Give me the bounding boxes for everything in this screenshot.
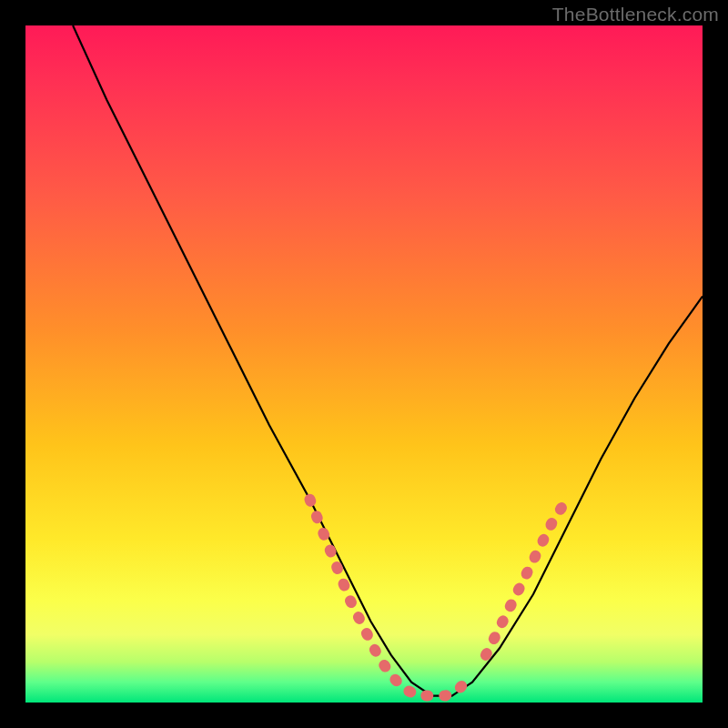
highlight-right-arm <box>486 500 567 655</box>
plot-area <box>25 25 703 703</box>
curve-layer <box>25 25 703 703</box>
watermark-text: TheBottleneck.com <box>552 4 719 25</box>
main-curve <box>73 25 703 696</box>
outer-frame: TheBottleneck.com <box>0 0 728 728</box>
highlight-left-arm <box>310 500 473 696</box>
